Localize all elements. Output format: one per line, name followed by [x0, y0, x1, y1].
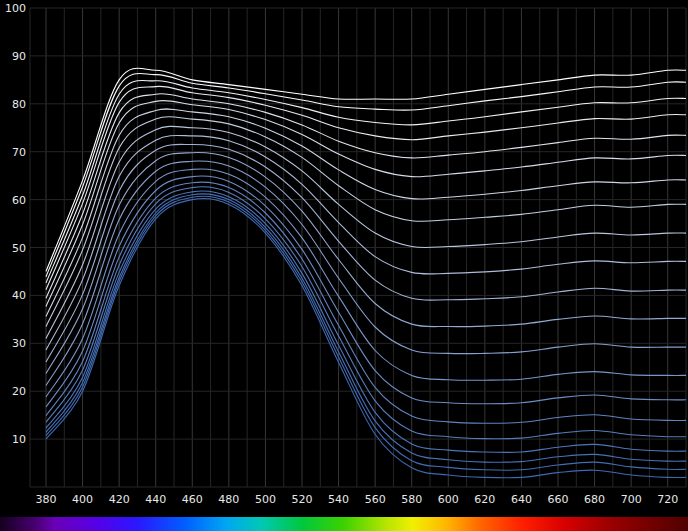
y-tick-label: 40: [12, 289, 26, 302]
spectral-reflectance-chart: 100908070605040302010 380400420440460480…: [0, 0, 688, 531]
spectral-curve-tint-14: [46, 176, 686, 407]
y-tick-label: 60: [12, 194, 26, 207]
spectral-curve-tint-10: [46, 144, 686, 362]
y-tick-label: 10: [12, 433, 26, 446]
x-tick-label: 620: [474, 493, 495, 506]
y-axis-tick-labels: 100908070605040302010: [5, 2, 26, 446]
x-tick-label: 440: [145, 493, 166, 506]
x-tick-label: 540: [328, 493, 349, 506]
reflectance-curves: [46, 68, 686, 478]
y-tick-label: 50: [12, 242, 26, 255]
spectral-chart-window: 100908070605040302010 380400420440460480…: [0, 0, 688, 531]
y-tick-label: 90: [12, 50, 26, 63]
spectral-curve-tint-05: [46, 100, 686, 306]
x-tick-label: 480: [218, 493, 239, 506]
x-tick-label: 420: [109, 493, 130, 506]
x-tick-label: 700: [621, 493, 642, 506]
spectral-curve-tint-03: [46, 86, 686, 289]
x-tick-label: 720: [657, 493, 678, 506]
x-axis-tick-labels: 3804004204404604805005205405605806006206…: [36, 493, 679, 506]
spectral-curve-tint-18: [46, 194, 686, 462]
x-tick-label: 640: [511, 493, 532, 506]
y-tick-label: 100: [5, 2, 26, 15]
x-tick-label: 500: [255, 493, 276, 506]
x-tick-label: 660: [548, 493, 569, 506]
x-tick-label: 400: [72, 493, 93, 506]
x-tick-label: 600: [438, 493, 459, 506]
x-tick-label: 380: [36, 493, 57, 506]
x-tick-label: 460: [182, 493, 203, 506]
spectral-curve-tint-06: [46, 109, 686, 317]
wavelength-spectrum-bar: [0, 517, 688, 531]
x-tick-label: 580: [401, 493, 422, 506]
y-tick-label: 80: [12, 98, 26, 111]
y-tick-label: 30: [12, 337, 26, 350]
spectral-curve-tint-19: [46, 196, 686, 470]
x-tick-label: 520: [292, 493, 313, 506]
x-tick-label: 560: [365, 493, 386, 506]
y-tick-label: 20: [12, 385, 26, 398]
x-tick-label: 680: [584, 493, 605, 506]
spectral-curve-tint-09: [46, 135, 686, 350]
spectral-curve-tint-12: [46, 161, 686, 385]
spectral-curve-tint-13: [46, 169, 686, 397]
y-tick-label: 70: [12, 146, 26, 159]
spectral-curve-tint-00: [46, 68, 686, 271]
spectral-curve-tint-16: [46, 187, 686, 439]
